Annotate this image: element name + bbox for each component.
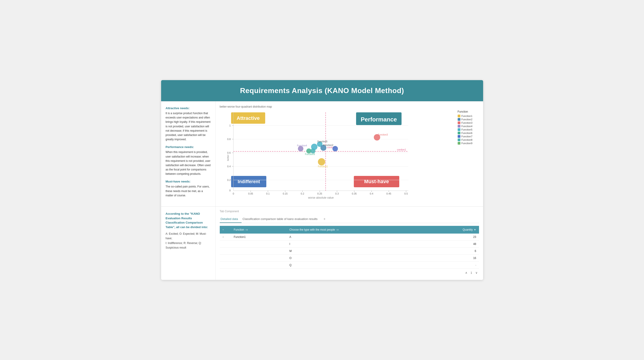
svg-text:0: 0 [232, 192, 234, 195]
legend-color-9 [458, 142, 460, 145]
legend-item-4: Function4 [458, 125, 479, 128]
bottom-content-row: According to the "KANO Evaluation Result… [161, 206, 483, 280]
table-row: I 48 [220, 241, 479, 248]
th-quantity-label: Quantity ▼ [463, 228, 476, 231]
table-row: − Function1 A 23 [220, 234, 479, 241]
legend-color-8 [458, 139, 460, 141]
legend-label-2: Function2 [462, 118, 472, 121]
attractive-title: Attractive needs: [166, 106, 211, 110]
legend-label-5: Function5 [462, 128, 472, 131]
td-empty-6 [231, 255, 287, 262]
tab-detailed-data[interactable]: Detailed data [220, 215, 242, 223]
musthave-text: The so-called pain points. For users, th… [166, 184, 211, 198]
chart-panel: better-worse four-quadrant distribution … [216, 101, 483, 206]
svg-text:Must-have: Must-have [364, 179, 389, 184]
table-body: − Function1 A 23 I 48 M [220, 234, 479, 269]
bottom-right-panel: Tab Component Detailed data Classificati… [216, 206, 483, 280]
legend-color-3 [458, 121, 460, 124]
legend-item-1: Function1 [458, 115, 479, 117]
svg-text:Performance: Performance [361, 116, 397, 123]
page-title: Requirements Analysis (KANO Model Method… [166, 86, 478, 95]
td-qty-a: 23 [443, 234, 479, 241]
main-container: Requirements Analysis (KANO Model Method… [161, 80, 483, 280]
bottom-left-panel: According to the "KANO Evaluation Result… [161, 206, 216, 280]
svg-text:Attractive: Attractive [236, 115, 260, 121]
legend-color-1 [458, 115, 460, 117]
svg-text:0.3: 0.3 [335, 192, 338, 195]
function-filter-icon[interactable]: ↑≡ [245, 228, 248, 231]
left-info-panel: Attractive needs: It is a surprise produ… [161, 101, 216, 206]
svg-text:better: better [226, 155, 229, 161]
th-choose-type-label: Choose the type with the most people ↑≡ [289, 228, 338, 231]
svg-text:worse absolute value: worse absolute value [308, 196, 334, 199]
svg-text:0.1: 0.1 [266, 192, 270, 195]
svg-text:0.2: 0.2 [227, 179, 230, 181]
page-prev-button[interactable]: ∧ [464, 271, 469, 275]
td-empty-3 [220, 248, 231, 255]
svg-text:0.45: 0.45 [386, 192, 391, 195]
td-qty-i: 48 [443, 241, 479, 248]
legend-label-7: Function7 [462, 135, 472, 138]
tabs-bar: Detailed data Classification comparison … [220, 215, 479, 223]
page-next-button[interactable]: ∨ [474, 271, 479, 275]
td-type-q: Q [286, 262, 442, 269]
performance-title: Performance needs: [166, 145, 211, 149]
kano-classification-text1: A: Excited; O: Expected; M: Must-have; [166, 231, 211, 241]
td-qty-m: 6 [443, 248, 479, 255]
kano-classification-text2: I: Indifference; R: Reverse; Q: Suspicio… [166, 241, 211, 250]
td-type-a: A [286, 234, 442, 241]
tab-classification[interactable]: Classification comparison table of kano … [242, 215, 321, 223]
chart-legend: Function Function1 Function2 Function3 [454, 110, 479, 145]
legend-item-5: Function5 [458, 128, 479, 131]
td-empty-8 [231, 262, 287, 269]
kano-chart-svg: Attractive Performance Indifferent Must-… [220, 110, 415, 199]
svg-point-64 [318, 158, 325, 166]
table-row: M 6 [220, 248, 479, 255]
legend-label-1: Function1 [462, 115, 472, 117]
svg-text:Function1: Function1 [318, 165, 328, 168]
legend-label-8: Function8 [462, 139, 472, 141]
performance-text: When this requirement is provided, user … [166, 150, 211, 176]
th-choose-type: Choose the type with the most people ↑≡ [286, 226, 442, 234]
td-qty-o: 16 [443, 255, 479, 262]
top-content-row: Attractive needs: It is a surprise produ… [161, 101, 483, 206]
svg-text:Function5: Function5 [318, 140, 328, 143]
legend-item-8: Function8 [458, 139, 479, 141]
th-minus: − [220, 226, 231, 234]
td-function-name: Function1 [231, 234, 287, 241]
td-empty-4 [231, 248, 287, 255]
table-row: O 16 [220, 255, 479, 262]
td-empty-5 [220, 255, 231, 262]
legend-item-3: Function3 [458, 121, 479, 124]
td-type-i: I [286, 241, 442, 248]
svg-text:Function4: Function4 [297, 144, 307, 147]
quantity-filter-icon[interactable]: ▼ [474, 228, 476, 231]
svg-text:Function3: Function3 [378, 134, 388, 136]
legend-label-4: Function4 [462, 125, 472, 128]
tab-add-button[interactable]: + [321, 215, 328, 223]
th-minus-label: − [222, 228, 224, 231]
th-function-label: Function ↑≡ [234, 228, 248, 231]
table-footer: ∧ 1 ∨ [220, 269, 479, 277]
legend-title: Function [458, 110, 479, 113]
legend-color-2 [458, 118, 460, 121]
td-type-m: M [286, 248, 442, 255]
svg-text:0.15: 0.15 [283, 192, 288, 195]
data-table: − Function ↑≡ Choose the type with the m… [220, 226, 479, 269]
legend-item-9: Function9 [458, 142, 479, 145]
page-number: 1 [470, 271, 472, 274]
choose-filter-icon[interactable]: ↑≡ [336, 228, 338, 231]
legend-color-6 [458, 132, 460, 134]
svg-text:0.2: 0.2 [301, 192, 304, 195]
attractive-text: It is a surprise product function that e… [166, 111, 211, 142]
legend-item-6: Function6 [458, 132, 479, 134]
svg-text:0.35: 0.35 [352, 192, 356, 195]
svg-text:0.25: 0.25 [317, 192, 322, 195]
svg-text:0.8: 0.8 [227, 138, 230, 141]
svg-text:0.4: 0.4 [370, 192, 373, 195]
td-empty-2 [231, 241, 287, 248]
svg-text:0.4: 0.4 [227, 165, 230, 168]
td-empty-7 [220, 262, 231, 269]
svg-text:cordon1: cordon1 [397, 148, 406, 151]
tab-component-label: Tab Component [220, 210, 479, 213]
